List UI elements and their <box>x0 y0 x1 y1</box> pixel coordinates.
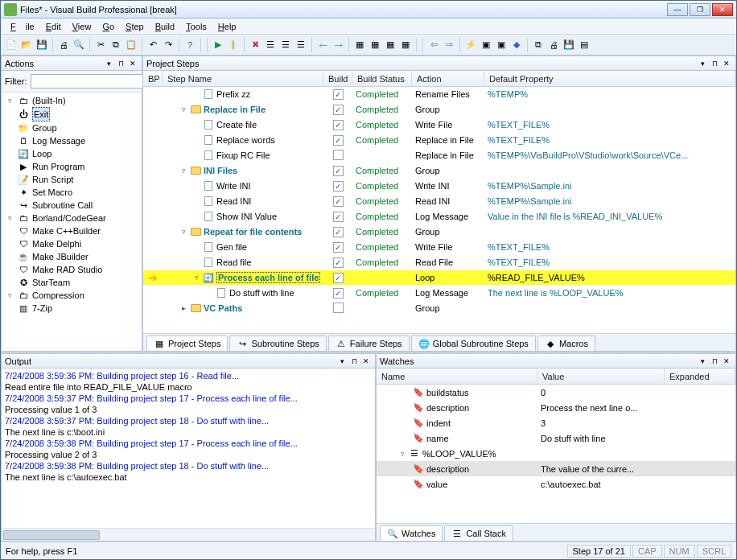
ps-pin-icon[interactable]: ⊓ <box>709 58 720 69</box>
w-pin-icon[interactable]: ⊓ <box>709 356 720 367</box>
close-button[interactable]: ✕ <box>712 3 733 16</box>
watch-row[interactable]: 🔖descriptionProcess the next line o... <box>377 400 735 415</box>
col-default[interactable]: Default Property <box>484 71 735 86</box>
watch-row[interactable]: ▿☰%LOOP_VALUE% <box>377 446 735 461</box>
navback-icon[interactable]: ⇦ <box>426 38 441 52</box>
out-pin-icon[interactable]: ⊓ <box>348 356 360 367</box>
tree-item[interactable]: 🗒Log Message <box>3 134 140 147</box>
grid4-icon[interactable]: ▦ <box>398 38 413 52</box>
menu-step[interactable]: Step <box>121 20 149 33</box>
watch-row[interactable]: 🔖nameDo stuff with line <box>377 430 735 446</box>
menu-help[interactable]: Help <box>213 20 241 33</box>
panel-pin-icon[interactable]: ⊓ <box>115 58 126 69</box>
output-hscroll[interactable] <box>2 528 375 541</box>
tree-item[interactable]: 📝Run Script <box>3 173 140 186</box>
tab[interactable]: ↪Subroutine Steps <box>229 336 326 351</box>
tree-item[interactable]: 🛡Make Delphi <box>3 237 140 250</box>
step-row[interactable]: Show INI Value✓CompletedLog MessageValue… <box>143 209 735 224</box>
step-row[interactable]: Create file✓CompletedWrite File%TEXT_FIL… <box>143 117 735 133</box>
step-row[interactable]: Gen file✓CompletedWrite File%TEXT_FILE% <box>143 240 735 255</box>
menu-tools[interactable]: Tools <box>181 20 212 33</box>
step-row[interactable]: Read INI✓CompletedRead INI%TEMP%\Sample.… <box>143 194 735 209</box>
tab[interactable]: ◆Macros <box>537 336 595 351</box>
watches-grid[interactable]: 🔖buildstatus0🔖descriptionProcess the nex… <box>377 385 735 523</box>
wcol-exp[interactable]: Expanded <box>665 369 735 384</box>
col-buildstatus[interactable]: Build Status <box>352 71 412 86</box>
tree-item[interactable]: ↪Subroutine Call <box>3 199 140 212</box>
wcol-name[interactable]: Name <box>377 369 537 384</box>
col-build[interactable]: Build <box>323 71 352 86</box>
step-row[interactable]: ▿Replace in File✓CompletedGroup <box>143 102 735 117</box>
col-action[interactable]: Action <box>412 71 484 86</box>
tree-item[interactable]: ✦Set Macro <box>3 186 140 199</box>
step-row[interactable]: Do stuff with line✓CompletedLog MessageT… <box>143 286 735 301</box>
panel-close-icon[interactable]: ✕ <box>127 58 138 69</box>
layout-icon[interactable]: ▤ <box>577 38 591 52</box>
filter-input[interactable] <box>31 74 148 89</box>
menu-go[interactable]: Go <box>97 20 119 33</box>
bolt-icon[interactable]: ⚡ <box>463 38 478 52</box>
tree-item[interactable]: ⏻Exit <box>3 107 140 121</box>
tree-group[interactable]: ▿🗀Borland/CodeGear <box>3 212 140 224</box>
w-close-icon[interactable]: ✕ <box>721 356 732 367</box>
menu-build[interactable]: Build <box>150 20 179 33</box>
help-icon[interactable]: ? <box>183 38 197 52</box>
project-steps-grid[interactable]: Prefix zz✓CompletedRename Files%TEMP%▿Re… <box>143 87 735 333</box>
watch-row[interactable]: 🔖indent3 <box>377 415 735 430</box>
tree-item[interactable]: ▶Run Program <box>3 160 140 173</box>
macro-icon[interactable]: ▣ <box>479 38 493 52</box>
grid3-icon[interactable]: ▦ <box>383 38 397 52</box>
step-row[interactable]: Replace words✓CompletedReplace in File%T… <box>143 133 735 148</box>
save2-icon[interactable]: 💾 <box>562 38 576 52</box>
step-row[interactable]: ▸VC PathsGroup <box>143 301 735 316</box>
undo-icon[interactable]: ↶ <box>146 38 160 52</box>
back-icon[interactable]: 🡐 <box>315 38 330 52</box>
print-icon[interactable]: 🖨 <box>56 38 71 52</box>
play-icon[interactable]: ▶ <box>211 38 225 52</box>
grid2-icon[interactable]: ▦ <box>368 38 382 52</box>
tab[interactable]: ☰Call Stack <box>444 525 513 541</box>
out-menu-icon[interactable]: ▾ <box>336 356 348 367</box>
tree-item[interactable]: ▥7-Zip <box>3 302 140 315</box>
watch-row[interactable]: 🔖valuec:\autoexec.bat <box>377 476 735 492</box>
watch-row[interactable]: 🔖buildstatus0 <box>377 385 735 400</box>
step-row[interactable]: Write INI✓CompletedWrite INI%TEMP%\Sampl… <box>143 179 735 194</box>
tree-item[interactable]: 🛡Make C++Builder <box>3 224 140 237</box>
tab[interactable]: ⚠Failure Steps <box>328 336 410 351</box>
watch-row[interactable]: 🔖descriptionThe value of the curre... <box>377 461 735 476</box>
tab[interactable]: 🌐Global Subroutine Steps <box>411 336 536 351</box>
actions-tree[interactable]: ▿🗀(Built-In)⏻Exit📁Group🗒Log Message🔄Loop… <box>2 93 142 351</box>
delete-step-icon[interactable]: ✖ <box>248 38 262 52</box>
fwd-icon[interactable]: 🡒 <box>331 38 345 52</box>
print2-icon[interactable]: 🖨 <box>546 38 561 52</box>
ps-menu-icon[interactable]: ▾ <box>697 58 708 69</box>
w-menu-icon[interactable]: ▾ <box>697 356 708 367</box>
tree-item[interactable]: 📁Group <box>3 121 140 134</box>
copy-icon[interactable]: ⧉ <box>109 38 123 52</box>
save-icon[interactable]: 💾 <box>35 38 49 52</box>
menu-edit[interactable]: Edit <box>41 20 66 33</box>
step-row[interactable]: Prefix zz✓CompletedRename Files%TEMP% <box>143 87 735 102</box>
step-c-icon[interactable]: ☰ <box>294 38 308 52</box>
step-row[interactable]: ➔▿🔄Process each line of file✓Loop%READ_F… <box>143 270 735 286</box>
tree-item[interactable]: ✪StarTeam <box>3 276 140 289</box>
diamond-icon[interactable]: ◆ <box>509 38 524 52</box>
tree-group[interactable]: ▿🗀(Built-In) <box>3 94 140 107</box>
preview-icon[interactable]: 🔍 <box>72 38 86 52</box>
tree-group[interactable]: ▿🗀Compression <box>3 289 140 302</box>
grid1-icon[interactable]: ▦ <box>352 38 367 52</box>
menu-file[interactable]: File <box>6 20 39 33</box>
output-text[interactable]: 7/24/2008 3:59:36 PM: Building project s… <box>2 369 375 528</box>
pause-icon[interactable]: ∥ <box>226 38 241 52</box>
col-bp[interactable]: BP <box>143 71 163 86</box>
wcol-value[interactable]: Value <box>537 369 665 384</box>
paste-icon[interactable]: 📋 <box>124 38 138 52</box>
new-icon[interactable]: 📄 <box>4 38 19 52</box>
cut-icon[interactable]: ✂ <box>93 38 108 52</box>
tree-item[interactable]: 🔄Loop <box>3 147 140 160</box>
check-icon[interactable]: ▣ <box>494 38 508 52</box>
copy2-icon[interactable]: ⧉ <box>531 38 546 52</box>
step-row[interactable]: ▿Repeat for file contents✓CompletedGroup <box>143 224 735 240</box>
open-icon[interactable]: 📂 <box>19 38 34 52</box>
step-a-icon[interactable]: ☰ <box>263 38 278 52</box>
